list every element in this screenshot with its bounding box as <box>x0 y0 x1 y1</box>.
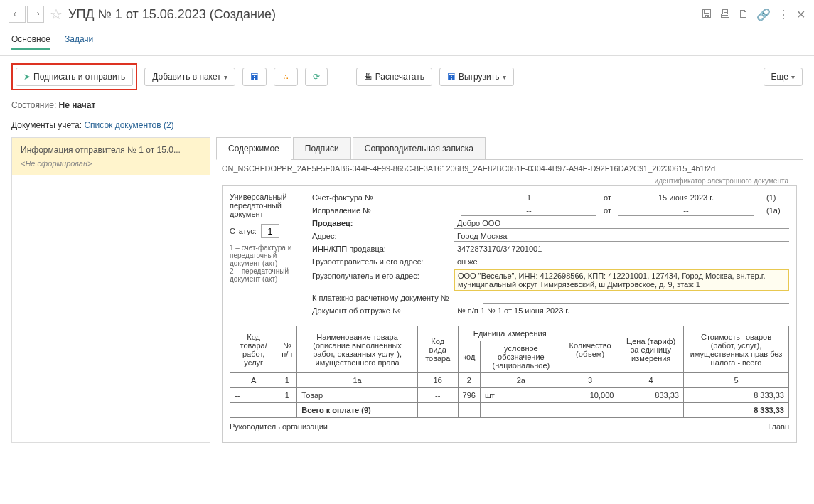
close-icon[interactable]: ✕ <box>796 8 805 21</box>
hierarchy-button[interactable]: ⛬ <box>274 68 298 86</box>
th-name: Наименование товара (описание выполненны… <box>297 326 418 373</box>
th-cost: Стоимость товаров (работ, услуг), имущес… <box>683 326 788 373</box>
sf-date: 15 июня 2023 г. <box>618 193 754 203</box>
more-button[interactable]: Еще <box>764 68 803 86</box>
shipper-label: Грузоотправитель и его адрес: <box>312 257 454 266</box>
favorite-star-icon[interactable]: ☆ <box>50 6 63 23</box>
seller-value: Добро ООО <box>454 218 789 229</box>
more-icon[interactable]: ⋮ <box>778 8 789 21</box>
leader-label: Руководитель организации <box>230 422 328 431</box>
upd-title: Универсальный передаточный документ <box>230 193 301 218</box>
shipper-value: он же <box>454 257 789 267</box>
table-row[interactable]: -- 1 Товар -- 796 шт 10,000 833,33 8 333… <box>230 388 789 403</box>
status-label: Состояние: <box>11 100 56 110</box>
corr-date: -- <box>618 205 754 216</box>
tab-main[interactable]: Основное <box>11 34 50 50</box>
tree-icon: ⛬ <box>282 72 290 82</box>
th-code: Код товара/ работ, услуг <box>230 326 277 373</box>
doc-tab-content[interactable]: Содержимое <box>216 137 291 160</box>
corr-number: -- <box>461 205 596 216</box>
refresh-button[interactable]: ⟳ <box>305 68 328 86</box>
doc-identifier-caption: идентификатор электронного документа <box>216 177 803 185</box>
th-unit: Единица измерения <box>458 326 562 341</box>
preview-icon[interactable]: 🗋 <box>738 8 749 21</box>
addr-label: Адрес: <box>312 232 454 240</box>
legend-2: 2 – передаточный документ (акт) <box>230 267 301 283</box>
total-row: Всего к оплате (9) 8 333,33 <box>230 403 789 418</box>
upd-status-label: Статус: <box>230 227 257 235</box>
sender-state: <Не сформирован> <box>21 159 201 168</box>
corr-label: Исправление № <box>312 206 454 215</box>
shipdoc-label: Документ об отгрузке № <box>312 306 454 315</box>
save-button[interactable]: 🖬 <box>242 68 267 86</box>
nav-back-button[interactable]: 🡐 <box>9 6 26 23</box>
seller-label: Продавец: <box>312 219 454 227</box>
status-value: Не начат <box>59 100 96 110</box>
print-icon[interactable]: 🖶 <box>719 8 731 21</box>
legend-1: 1 – счет-фактура и передаточный документ… <box>230 244 301 267</box>
th-num: № п/п <box>277 326 297 373</box>
th-unit-code: код <box>458 341 480 373</box>
upd-status-input[interactable] <box>261 224 279 238</box>
printer-icon: 🖶 <box>364 72 373 82</box>
save-icon[interactable]: 🖫 <box>701 8 712 21</box>
sf-label: Счет-фактура № <box>312 193 454 202</box>
consignee-label: Грузополучатель и его адрес: <box>312 272 454 280</box>
doc-identifier: ON_NSCHFDOPPR_2AE5F5E0AB6-344F-4F99-865C… <box>216 160 803 177</box>
sender-info-item[interactable]: Информация отправителя № 1 от 15.0... <Н… <box>12 138 210 175</box>
th-qty: Количество (объем) <box>562 326 618 373</box>
sf-number: 1 <box>461 193 596 203</box>
add-to-packet-button[interactable]: Добавить в пакет <box>144 68 235 86</box>
page-title: УПД № 1 от 15.06.2023 (Создание) <box>68 7 695 22</box>
left-pane: Информация отправителя № 1 от 15.0... <Н… <box>11 137 210 443</box>
upload-button[interactable]: 🖬 Выгрузить <box>439 68 514 86</box>
sign-send-button[interactable]: ➤ Подписать и отправить <box>16 68 133 86</box>
send-icon: ➤ <box>23 72 31 82</box>
tab-tasks[interactable]: Задачи <box>65 34 93 50</box>
link-icon[interactable]: 🔗 <box>756 8 771 21</box>
diskette-icon: 🖬 <box>250 72 259 82</box>
document-body: Универсальный передаточный документ Стат… <box>222 185 797 443</box>
shipdoc-value: № п/п 1 № 1 от 15 июня 2023 г. <box>454 306 789 316</box>
nav-forward-button[interactable]: 🡒 <box>27 6 44 23</box>
th-unit-name: условное обозначение (национальное) <box>480 341 562 373</box>
inn-label: ИНН/КПП продавца: <box>312 245 454 253</box>
sender-title: Информация отправителя № 1 от 15.0... <box>21 145 201 155</box>
th-kind: Код вида товара <box>417 326 458 373</box>
print-button[interactable]: 🖶 Распечатать <box>356 68 432 86</box>
doc-tab-signatures[interactable]: Подписи <box>293 137 351 159</box>
doc-tab-note[interactable]: Сопроводительная записка <box>353 137 486 159</box>
diskette-icon: 🖬 <box>447 72 456 82</box>
th-price: Цена (тариф) за единицу измерения <box>618 326 684 373</box>
docs-label: Документы учета: <box>11 120 82 130</box>
refresh-icon: ⟳ <box>313 72 320 82</box>
payment-label: К платежно-расчетному документу № <box>312 294 483 302</box>
inn-value: 3472873170/347201001 <box>454 244 789 254</box>
sign-send-highlight: ➤ Подписать и отправить <box>11 63 137 90</box>
consignee-value: ООО "Веселье", ИНН: 4122698566, КПП: 412… <box>454 269 789 291</box>
docs-list-link[interactable]: Список документов (2) <box>84 120 173 130</box>
addr-value: Город Москва <box>454 231 789 242</box>
items-table: Код товара/ работ, услуг № п/п Наименова… <box>230 326 789 418</box>
chief-label: Главн <box>768 422 789 431</box>
payment-value: -- <box>483 293 789 304</box>
